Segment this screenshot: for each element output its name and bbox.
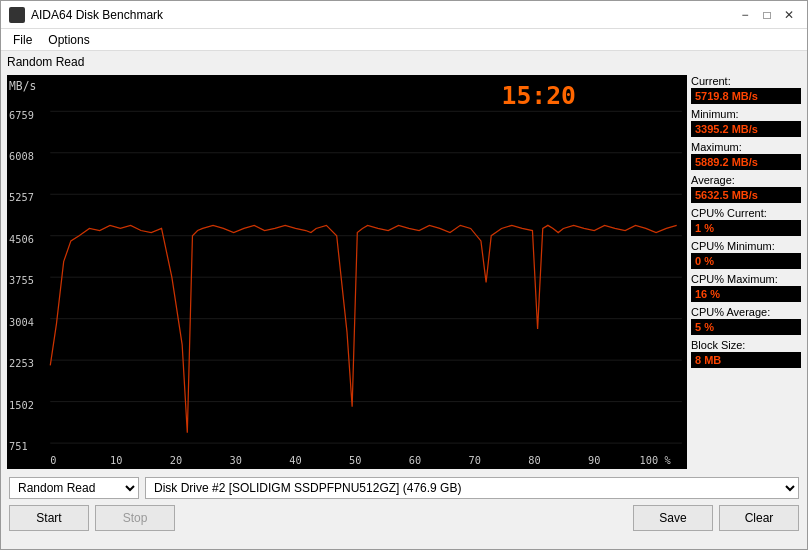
title-bar: AIDA64 Disk Benchmark − □ ✕ xyxy=(1,1,807,29)
window-title: AIDA64 Disk Benchmark xyxy=(31,8,163,22)
svg-text:70: 70 xyxy=(469,454,481,466)
stat-cpu-maximum: CPU% Maximum: 16 % xyxy=(691,273,801,302)
menu-bar: File Options xyxy=(1,29,807,51)
main-window: AIDA64 Disk Benchmark − □ ✕ File Options… xyxy=(0,0,808,550)
svg-text:20: 20 xyxy=(170,454,182,466)
stat-block-size: Block Size: 8 MB xyxy=(691,339,801,368)
clear-button[interactable]: Clear xyxy=(719,505,799,531)
svg-text:1502: 1502 xyxy=(9,399,34,411)
chart-label: Random Read xyxy=(7,55,801,69)
cpu-minimum-label: CPU% Minimum: xyxy=(691,240,801,252)
stat-cpu-minimum: CPU% Minimum: 0 % xyxy=(691,240,801,269)
maximize-button[interactable]: □ xyxy=(757,5,777,25)
svg-text:40: 40 xyxy=(289,454,301,466)
svg-rect-0 xyxy=(7,75,687,469)
minimum-value: 3395.2 MB/s xyxy=(691,121,801,137)
close-button[interactable]: ✕ xyxy=(779,5,799,25)
svg-text:15:20: 15:20 xyxy=(502,81,576,110)
chart-container: MB/s 6759 6008 5257 4506 3755 3004 2253 … xyxy=(7,75,687,469)
start-button[interactable]: Start xyxy=(9,505,89,531)
drive-select[interactable]: Disk Drive #2 [SOLIDIGM SSDPFPNU512GZ] (… xyxy=(145,477,799,499)
block-size-value: 8 MB xyxy=(691,352,801,368)
chart-svg: MB/s 6759 6008 5257 4506 3755 3004 2253 … xyxy=(7,75,687,469)
average-value: 5632.5 MB/s xyxy=(691,187,801,203)
title-bar-controls: − □ ✕ xyxy=(735,5,799,25)
stats-panel: Current: 5719.8 MB/s Minimum: 3395.2 MB/… xyxy=(691,75,801,469)
svg-text:90: 90 xyxy=(588,454,600,466)
stat-average: Average: 5632.5 MB/s xyxy=(691,174,801,203)
svg-text:3004: 3004 xyxy=(9,316,34,328)
current-label: Current: xyxy=(691,75,801,87)
svg-text:6759: 6759 xyxy=(9,109,34,121)
svg-text:2253: 2253 xyxy=(9,357,34,369)
maximum-label: Maximum: xyxy=(691,141,801,153)
stat-current: Current: 5719.8 MB/s xyxy=(691,75,801,104)
maximum-value: 5889.2 MB/s xyxy=(691,154,801,170)
svg-text:60: 60 xyxy=(409,454,421,466)
controls-row: Random Read Sequential Read Random Write… xyxy=(7,477,801,499)
svg-text:0: 0 xyxy=(50,454,56,466)
svg-text:10: 10 xyxy=(110,454,122,466)
svg-text:100 %: 100 % xyxy=(640,454,672,466)
save-button[interactable]: Save xyxy=(633,505,713,531)
minimize-button[interactable]: − xyxy=(735,5,755,25)
svg-text:50: 50 xyxy=(349,454,361,466)
title-bar-left: AIDA64 Disk Benchmark xyxy=(9,7,163,23)
svg-text:751: 751 xyxy=(9,440,28,452)
minimum-label: Minimum: xyxy=(691,108,801,120)
block-size-label: Block Size: xyxy=(691,339,801,351)
app-icon xyxy=(9,7,25,23)
cpu-current-label: CPU% Current: xyxy=(691,207,801,219)
menu-file[interactable]: File xyxy=(5,31,40,49)
cpu-maximum-value: 16 % xyxy=(691,286,801,302)
cpu-maximum-label: CPU% Maximum: xyxy=(691,273,801,285)
svg-text:6008: 6008 xyxy=(9,150,34,162)
stat-maximum: Maximum: 5889.2 MB/s xyxy=(691,141,801,170)
svg-text:3755: 3755 xyxy=(9,274,34,286)
stat-cpu-average: CPU% Average: 5 % xyxy=(691,306,801,335)
bottom-bar: Random Read Sequential Read Random Write… xyxy=(7,473,801,543)
content-area: Random Read MB/s 6759 6008 5257 4506 375… xyxy=(1,51,807,549)
stat-minimum: Minimum: 3395.2 MB/s xyxy=(691,108,801,137)
cpu-current-value: 1 % xyxy=(691,220,801,236)
stat-cpu-current: CPU% Current: 1 % xyxy=(691,207,801,236)
benchmark-select[interactable]: Random Read Sequential Read Random Write… xyxy=(9,477,139,499)
svg-text:5257: 5257 xyxy=(9,191,34,203)
cpu-minimum-value: 0 % xyxy=(691,253,801,269)
svg-text:4506: 4506 xyxy=(9,233,34,245)
buttons-row: Start Stop Save Clear xyxy=(7,505,801,531)
menu-options[interactable]: Options xyxy=(40,31,97,49)
current-value: 5719.8 MB/s xyxy=(691,88,801,104)
chart-wrapper: MB/s 6759 6008 5257 4506 3755 3004 2253 … xyxy=(7,75,801,469)
stop-button[interactable]: Stop xyxy=(95,505,175,531)
svg-text:MB/s: MB/s xyxy=(9,78,36,92)
average-label: Average: xyxy=(691,174,801,186)
cpu-average-label: CPU% Average: xyxy=(691,306,801,318)
cpu-average-value: 5 % xyxy=(691,319,801,335)
svg-text:30: 30 xyxy=(230,454,242,466)
svg-text:80: 80 xyxy=(528,454,540,466)
